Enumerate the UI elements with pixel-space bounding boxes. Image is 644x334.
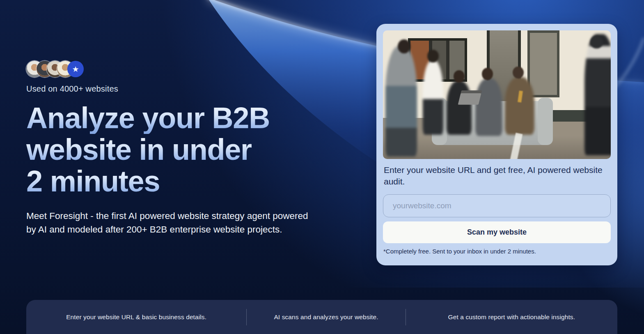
scan-card-heading: Enter your website URL and get free, AI … (384, 164, 610, 187)
step-item: AI scans and analyzes your website. (247, 300, 405, 334)
photo-person-silhouette (398, 39, 410, 53)
scan-card-disclaimer: *Completely free. Sent to your inbox in … (383, 248, 610, 255)
hero-subtitle: Meet Foresight - the first AI powered we… (26, 209, 316, 236)
page-title-line: 2 minutes (26, 166, 160, 197)
social-proof-label: Used on 4000+ websites (26, 84, 330, 94)
photo-person-silhouette (475, 78, 503, 136)
social-proof-avatars (26, 61, 330, 77)
photo-person-silhouette (584, 34, 611, 155)
website-url-input[interactable] (383, 194, 611, 217)
photo-person-silhouette (385, 46, 417, 157)
photo-person-silhouette (427, 50, 439, 62)
scan-website-button[interactable]: Scan my website (383, 221, 611, 243)
photo-person-silhouette (482, 68, 493, 80)
hero-left-column: Used on 4000+ websites Analyze your B2B … (26, 61, 330, 236)
star-icon (67, 61, 84, 77)
photo-person-silhouette (590, 36, 603, 48)
photo-person-silhouette (423, 60, 443, 135)
photo-laptop (458, 93, 481, 105)
landing-hero-section: Used on 4000+ websites Analyze your B2B … (0, 0, 644, 334)
hero-photo (383, 30, 611, 159)
steps-bar: Enter your website URL & basic business … (26, 300, 617, 334)
step-item: Get a custom report with actionable insi… (406, 300, 617, 334)
page-title-line: website in under (26, 134, 252, 166)
page-title: Analyze your B2B website in under 2 minu… (26, 102, 330, 197)
step-item: Enter your website URL & basic business … (26, 300, 246, 334)
photo-person-silhouette (447, 81, 472, 134)
page-title-line: Analyze your B2B (26, 102, 270, 134)
photo-person-silhouette (513, 67, 524, 79)
photo-window (527, 30, 559, 97)
photo-person-silhouette (454, 70, 465, 83)
photo-person-silhouette (505, 77, 534, 135)
scan-card: Enter your website URL and get free, AI … (376, 24, 617, 265)
